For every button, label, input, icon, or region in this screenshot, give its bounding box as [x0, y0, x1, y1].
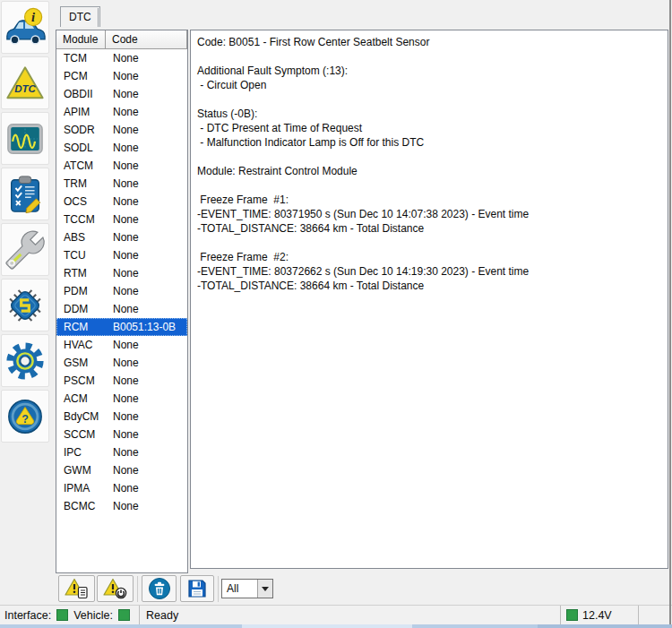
table-row[interactable]: RTMNone	[56, 264, 187, 282]
tab-dtc[interactable]: DTC	[60, 6, 100, 27]
module-cell: TCU	[56, 249, 109, 262]
detail-line: -EVENT_TIME: 80371950 s (Sun Dec 10 14:0…	[197, 207, 668, 221]
sidebar-item-tests[interactable]	[1, 168, 49, 220]
table-row[interactable]: SCCMNone	[56, 426, 187, 443]
chip-icon	[4, 285, 46, 326]
sidebar-item-dtc[interactable]: DTC	[1, 56, 49, 109]
diagnostic-app-window: i DTC	[0, 0, 672, 628]
taskbar-segment	[242, 624, 412, 628]
table-row[interactable]: PDMNone	[56, 282, 187, 300]
code-cell: None	[109, 195, 139, 208]
sidebar-item-configuration[interactable]	[1, 279, 49, 331]
detail-line: Code: B0051 - First Row Center Seatbelt …	[197, 35, 668, 49]
table-row[interactable]: ACMNone	[56, 390, 187, 408]
table-row[interactable]: ATCMNone	[56, 157, 187, 175]
table-row[interactable]: GWMNone	[56, 461, 187, 479]
table-row[interactable]: HVACNone	[56, 336, 187, 354]
column-header-module[interactable]: Module	[56, 30, 106, 49]
table-row[interactable]: IPMANone	[56, 479, 187, 497]
tab-divider	[98, 8, 99, 27]
module-cell: PDM	[56, 285, 109, 297]
module-cell: IPC	[56, 446, 109, 459]
code-cell: None	[109, 357, 139, 369]
table-row[interactable]: TRMNone	[56, 175, 187, 193]
table-row[interactable]: APIMNone	[56, 103, 187, 121]
dtc-detail-panel[interactable]: Code: B0051 - First Row Center Seatbelt …	[190, 30, 668, 569]
detail-line	[197, 92, 668, 107]
dtc-icon-label: DTC	[14, 82, 36, 93]
dtc-toolbar: All	[56, 575, 672, 604]
code-cell: None	[109, 106, 139, 118]
table-row[interactable]: IPCNone	[56, 443, 187, 461]
code-cell: None	[109, 464, 139, 477]
module-cell: PCM	[56, 70, 109, 82]
sidebar: i DTC	[0, 0, 52, 445]
chevron-down-icon	[262, 587, 269, 591]
code-cell: None	[109, 392, 139, 405]
save-icon	[185, 577, 209, 600]
table-row[interactable]: GSMNone	[56, 354, 187, 372]
table-row[interactable]: BdyCMNone	[56, 408, 187, 426]
module-cell: ATCM	[56, 159, 109, 172]
detail-line: - Circuit Open	[197, 78, 668, 92]
sidebar-item-help[interactable]: ?	[1, 390, 49, 443]
dtc-filter-dropdown[interactable]: All	[221, 579, 273, 598]
table-row[interactable]: TCMNone	[56, 49, 187, 67]
sidebar-item-settings[interactable]	[1, 334, 49, 387]
interface-status-indicator	[56, 609, 68, 621]
table-row[interactable]: ABSNone	[56, 228, 187, 246]
table-row[interactable]: TCUNone	[56, 246, 187, 264]
svg-text:i: i	[31, 10, 35, 24]
module-cell: SODR	[56, 124, 109, 136]
status-text: Ready	[146, 609, 178, 622]
code-cell: None	[109, 70, 139, 82]
module-cell: IPMA	[56, 482, 109, 495]
table-row[interactable]: PSCMNone	[56, 372, 187, 390]
table-row[interactable]: SODRNone	[56, 121, 187, 139]
detail-line: - DTC Present at Time of Request	[197, 121, 668, 135]
sidebar-item-service[interactable]	[1, 223, 49, 276]
module-cell: APIM	[56, 106, 109, 118]
table-row[interactable]: PCMNone	[56, 67, 187, 85]
code-cell: None	[109, 142, 139, 154]
table-row[interactable]: TCCMNone	[56, 211, 187, 228]
save-dtc-button[interactable]	[180, 575, 214, 602]
detail-line: Freeze Frame #2:	[197, 250, 668, 264]
table-row[interactable]: SODLNone	[56, 139, 187, 157]
table-row[interactable]: OCSNone	[56, 193, 187, 211]
table-row[interactable]: DDMNone	[56, 300, 187, 318]
warning-power-icon	[102, 577, 129, 600]
read-dtc-button[interactable]	[58, 575, 95, 602]
dropdown-button[interactable]	[257, 580, 272, 598]
sidebar-item-oscilloscope[interactable]	[1, 112, 49, 165]
code-cell: None	[109, 410, 139, 423]
module-cell: BdyCM	[56, 410, 109, 423]
checklist-icon	[4, 174, 46, 215]
clear-dtc-button[interactable]	[142, 575, 177, 602]
warning-doc-icon	[64, 577, 90, 600]
module-cell: OCS	[56, 195, 109, 208]
table-row[interactable]: OBDIINone	[56, 85, 187, 103]
detail-line: -TOTAL_DISTANCE: 38664 km - Total Distan…	[197, 221, 668, 236]
module-cell: TCM	[56, 52, 109, 65]
detail-line	[197, 236, 668, 250]
code-cell: None	[109, 249, 139, 262]
connection-status-section: Interface: Vehicle:	[0, 606, 140, 624]
read-dtc-on-demand-button[interactable]	[97, 575, 134, 602]
battery-voltage: 12.4V	[582, 609, 612, 622]
code-cell: None	[109, 213, 139, 226]
table-row[interactable]: RCMB0051:13-0B	[56, 318, 187, 336]
sidebar-item-vehicle-info[interactable]: i	[1, 1, 49, 54]
table-row[interactable]: BCMCNone	[56, 497, 187, 515]
taskbar-segment	[538, 624, 672, 628]
code-cell: None	[109, 500, 139, 512]
column-header-code[interactable]: Code	[106, 30, 187, 49]
module-cell: GSM	[56, 357, 109, 369]
code-cell: None	[109, 446, 139, 459]
module-cell: DDM	[56, 303, 109, 315]
gear-icon	[4, 340, 46, 382]
code-cell: None	[109, 428, 139, 441]
wrench-icon	[4, 229, 46, 271]
code-cell: B0051:13-0B	[109, 321, 176, 333]
detail-line: - Malfunction Indicator Lamp is Off for …	[197, 135, 668, 150]
